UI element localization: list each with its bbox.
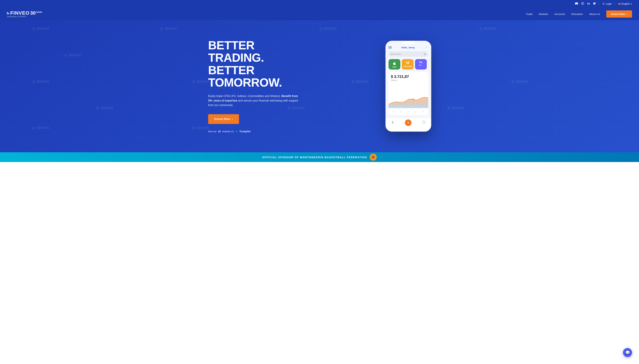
phone-bottom-nav: +: [386, 118, 431, 127]
stock-card-mcdonalds[interactable]: M McDonalds: [402, 59, 413, 70]
mcdonalds-icon: M: [406, 61, 409, 65]
logo-30: 30YEARS: [30, 10, 42, 16]
hero-subtext: Easily trade CFDs (FX, Indices, Commodit…: [208, 94, 299, 107]
logo[interactable]: FINVEO 30YEARS Subsidiary of INVEO: [7, 10, 42, 18]
svg-point-5: [412, 99, 414, 100]
login-label: Login: [606, 2, 612, 5]
phone-mockup: Hello, Jenny ··· Search here 🔍 Apple: [386, 41, 431, 132]
instagram-icon[interactable]: [581, 2, 584, 6]
sponsor-logo: 🏀: [370, 154, 377, 160]
phone-balance-amount: $ 3.721,87: [391, 74, 426, 79]
language-label: English: [621, 2, 629, 5]
nav-trade[interactable]: Trade: [526, 12, 533, 16]
nav-education[interactable]: Education: [571, 12, 583, 16]
phone-notch: [402, 41, 414, 44]
login-button[interactable]: Login: [602, 2, 612, 5]
sponsor-text: OFFICIAL SPONSOR OF MONTENEGRIN BASKETBA…: [262, 156, 367, 159]
stock-label-mcdonalds: McDonalds: [403, 66, 412, 67]
trustpilot-star-icon: ★: [235, 130, 238, 133]
svg-rect-7: [423, 122, 425, 124]
nav-accounts[interactable]: Accounts: [554, 12, 565, 16]
divider: [599, 2, 599, 6]
svg-rect-0: [581, 2, 584, 4]
main-nav: Trade Markets Accounts Education About U…: [526, 10, 632, 18]
phone-screen: Hello, Jenny ··· Search here 🔍 Apple: [386, 41, 431, 118]
phone-menu-icon: [388, 46, 392, 48]
phone-chart-labels: 03 04 05 06 07: [388, 111, 428, 113]
phone-header: Hello, Jenny ···: [388, 46, 428, 49]
paypal-icon: Pa: [419, 61, 422, 64]
trustpilot-row: See our 16 reviews on ★ Trustpilot: [208, 130, 299, 133]
hero-headline: BETTER TRADING. BETTER TOMORROW.: [208, 39, 299, 89]
hero-right: Hello, Jenny ··· Search here 🔍 Apple: [386, 41, 431, 132]
hero-content: BETTER TRADING. BETTER TOMORROW. Easily …: [198, 29, 442, 144]
twitter-icon[interactable]: [593, 2, 596, 6]
invest-now-button-hero[interactable]: Invest Now ›: [208, 114, 239, 124]
phone-balance-section: $ 3.721,87 Balance: [388, 72, 428, 115]
divider2: [615, 2, 615, 6]
apple-logo-icon: [392, 62, 396, 65]
search-icon: 🔍: [423, 53, 426, 55]
svg-point-3: [587, 2, 588, 3]
nav-markets[interactable]: Markets: [539, 12, 548, 16]
stock-card-apple[interactable]: Apple: [388, 59, 400, 70]
hero-left: BETTER TRADING. BETTER TOMORROW. Easily …: [208, 39, 299, 133]
logo-subtitle: Subsidiary of INVEO: [7, 16, 26, 18]
top-bar: Login 🇬🇧 English ∨: [0, 0, 639, 8]
phone-nav-profile-icon[interactable]: [391, 120, 394, 125]
discord-icon[interactable]: [575, 2, 578, 6]
phone-nav-portfolio-icon[interactable]: [422, 120, 425, 125]
phone-chevron-area: ⌃⌃: [386, 127, 431, 132]
invest-now-button-nav[interactable]: Invest Now ›: [606, 10, 632, 18]
phone-balance-label: Balance: [391, 79, 426, 81]
svg-point-6: [392, 121, 393, 122]
language-selector[interactable]: 🇬🇧 English ∨: [618, 2, 632, 5]
phone-search[interactable]: Search here 🔍: [388, 52, 428, 57]
chevron-up-icon: ⌃⌃: [406, 128, 410, 131]
svg-point-1: [582, 3, 583, 4]
nav-about[interactable]: About Us: [589, 12, 600, 16]
phone-stocks: Apple M McDonalds Pa Pa...: [388, 59, 428, 70]
sponsor-bar: OFFICIAL SPONSOR OF MONTENEGRIN BASKETBA…: [0, 152, 639, 162]
linkedin-icon[interactable]: [587, 2, 590, 6]
phone-nav-add-button[interactable]: +: [405, 120, 411, 126]
logo-bars-icon: [7, 12, 9, 14]
phone-search-placeholder: Search here: [391, 53, 422, 55]
header: FINVEO 30YEARS Subsidiary of INVEO Trade…: [0, 8, 639, 20]
hero-section: @ WikiFX @ WikiFX @ WikiFX @ WikiFX @ Wi…: [0, 20, 639, 152]
stock-label-apple: Apple: [392, 66, 396, 68]
phone-greeting: Hello, Jenny: [401, 46, 415, 49]
stock-card-paypal[interactable]: Pa Pa...: [415, 59, 427, 70]
chevron-down-icon: ∨: [630, 2, 632, 5]
stock-label-paypal: Pa...: [419, 64, 422, 66]
phone-dots-icon: ···: [425, 46, 428, 49]
svg-point-4: [603, 3, 604, 4]
logo-text: FINVEO: [10, 10, 30, 16]
phone-chart: [388, 94, 428, 108]
